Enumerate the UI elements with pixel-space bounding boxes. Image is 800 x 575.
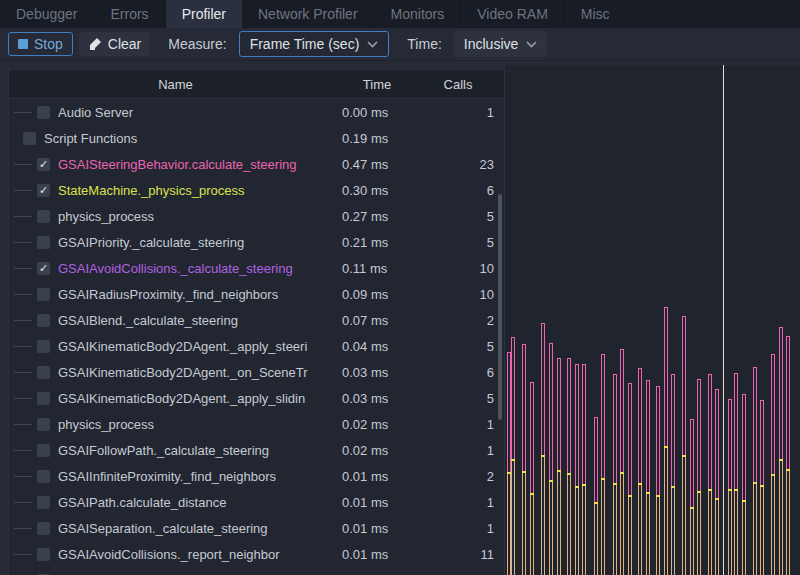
- bar-magenta-segment: [664, 307, 668, 446]
- frame-bar[interactable]: [742, 394, 746, 575]
- tab-network-profiler[interactable]: Network Profiler: [242, 0, 375, 28]
- row-checkbox[interactable]: [37, 314, 50, 327]
- frame-bar[interactable]: [575, 364, 579, 575]
- frame-bar[interactable]: [708, 374, 712, 575]
- table-row[interactable]: Projectile._physics_proc0.01 ms2: [9, 567, 504, 575]
- bar-magenta-segment: [638, 368, 642, 483]
- tree-line: [14, 476, 32, 477]
- bar-magenta-segment: [753, 367, 757, 482]
- row-checkbox[interactable]: [37, 340, 50, 353]
- frame-bar[interactable]: [582, 364, 586, 575]
- frame-bar[interactable]: [786, 336, 790, 575]
- tree-line: [14, 216, 32, 217]
- table-row[interactable]: GSAIBlend._calculate_steering0.07 ms2: [9, 307, 504, 333]
- tab-misc[interactable]: Misc: [565, 0, 627, 28]
- frame-bar[interactable]: [656, 386, 660, 575]
- profiler-graph[interactable]: [505, 65, 800, 575]
- table-row[interactable]: GSAIRadiusProximity._find_neighbors0.09 …: [9, 281, 504, 307]
- table-row[interactable]: GSAIKinematicBody2DAgent._on_SceneTr0.03…: [9, 359, 504, 385]
- frame-bar[interactable]: [715, 389, 719, 575]
- tab-monitors[interactable]: Monitors: [375, 0, 462, 28]
- frame-bar[interactable]: [628, 383, 632, 575]
- time-dropdown[interactable]: Inclusive: [454, 31, 547, 57]
- row-checkbox[interactable]: [37, 106, 50, 119]
- table-row[interactable]: ✓GSAISteeringBehavior.calculate_steering…: [9, 151, 504, 177]
- bar-magenta-segment: [697, 379, 701, 491]
- row-time: 0.30 ms: [342, 183, 412, 198]
- frame-bar[interactable]: [601, 354, 605, 575]
- clear-button[interactable]: Clear: [79, 32, 150, 56]
- frame-bar[interactable]: [728, 399, 732, 575]
- table-scrollbar[interactable]: [498, 98, 502, 575]
- row-checkbox[interactable]: [37, 236, 50, 249]
- frame-bar[interactable]: [620, 349, 624, 575]
- frame-bar[interactable]: [734, 373, 738, 575]
- frame-bar[interactable]: [567, 358, 571, 575]
- row-checkbox[interactable]: [37, 418, 50, 431]
- table-row[interactable]: Script Functions0.19 ms: [9, 125, 504, 151]
- row-checkbox[interactable]: ✓: [37, 262, 50, 275]
- frame-bar[interactable]: [779, 327, 783, 575]
- table-row[interactable]: GSAIKinematicBody2DAgent._apply_slidin0.…: [9, 385, 504, 411]
- frame-bar[interactable]: [671, 374, 675, 575]
- column-header-calls[interactable]: Calls: [412, 77, 504, 92]
- table-row[interactable]: physics_process0.27 ms5: [9, 203, 504, 229]
- frame-bar[interactable]: [522, 344, 526, 575]
- frame-bar[interactable]: [753, 367, 757, 575]
- row-checkbox[interactable]: ✓: [37, 158, 50, 171]
- measure-dropdown[interactable]: Frame Time (sec): [239, 31, 390, 57]
- tab-errors[interactable]: Errors: [95, 0, 166, 28]
- bar-magenta-segment: [567, 358, 571, 473]
- stop-button[interactable]: Stop: [8, 32, 73, 56]
- row-checkbox[interactable]: [37, 444, 50, 457]
- table-row[interactable]: ✓GSAIAvoidCollisions._calculate_steering…: [9, 255, 504, 281]
- row-checkbox[interactable]: [37, 522, 50, 535]
- frame-bar[interactable]: [541, 323, 545, 575]
- row-checkbox[interactable]: [37, 366, 50, 379]
- table-row[interactable]: GSAIInfiniteProximity._find_neighbors0.0…: [9, 463, 504, 489]
- row-checkbox[interactable]: [37, 210, 50, 223]
- tab-profiler[interactable]: Profiler: [166, 0, 242, 28]
- row-checkbox[interactable]: ✓: [37, 184, 50, 197]
- scrollbar-thumb[interactable]: [498, 194, 502, 420]
- row-checkbox[interactable]: [37, 548, 50, 561]
- table-row[interactable]: Audio Server0.00 ms1: [9, 99, 504, 125]
- column-header-name[interactable]: Name: [9, 77, 342, 92]
- frame-bar[interactable]: [697, 379, 701, 575]
- frame-bar[interactable]: [682, 316, 686, 575]
- frame-bar[interactable]: [594, 417, 598, 575]
- row-checkbox[interactable]: [37, 392, 50, 405]
- table-row[interactable]: GSAIKinematicBody2DAgent._apply_steeri0.…: [9, 333, 504, 359]
- graph-canvas[interactable]: [505, 65, 800, 575]
- table-row[interactable]: GSAIPriority._calculate_steering0.21 ms5: [9, 229, 504, 255]
- tab-video-ram[interactable]: Video RAM: [461, 0, 565, 28]
- frame-bar[interactable]: [760, 400, 764, 575]
- frame-bar[interactable]: [664, 307, 668, 575]
- frame-bar[interactable]: [613, 374, 617, 575]
- row-checkbox[interactable]: [23, 132, 36, 145]
- bar-magenta-segment: [530, 382, 534, 493]
- bar-magenta-segment: [557, 358, 561, 470]
- frame-bar[interactable]: [771, 354, 775, 575]
- table-row[interactable]: GSAIFollowPath._calculate_steering0.02 m…: [9, 437, 504, 463]
- table-row[interactable]: ✓StateMachine._physics_process0.30 ms6: [9, 177, 504, 203]
- table-row[interactable]: physics_process0.02 ms1: [9, 411, 504, 437]
- table-row[interactable]: GSAIAvoidCollisions._report_neighbor0.01…: [9, 541, 504, 567]
- bar-tan-segment: [697, 493, 701, 575]
- row-checkbox[interactable]: [37, 288, 50, 301]
- frame-bar[interactable]: [557, 358, 561, 575]
- column-header-time[interactable]: Time: [342, 77, 412, 92]
- frame-bar[interactable]: [638, 368, 642, 575]
- bar-tan-segment: [656, 497, 660, 575]
- row-checkbox[interactable]: [37, 470, 50, 483]
- table-row[interactable]: GSAIPath.calculate_distance0.01 ms1: [9, 489, 504, 515]
- frame-bar[interactable]: [530, 382, 534, 575]
- tree-line: [14, 268, 32, 269]
- frame-bar[interactable]: [511, 337, 515, 575]
- row-checkbox[interactable]: [37, 496, 50, 509]
- tab-debugger[interactable]: Debugger: [0, 0, 95, 28]
- frame-bar[interactable]: [549, 343, 553, 575]
- frame-bar[interactable]: [646, 380, 650, 575]
- frame-bar[interactable]: [690, 419, 694, 575]
- table-row[interactable]: GSAISeparation._calculate_steering0.01 m…: [9, 515, 504, 541]
